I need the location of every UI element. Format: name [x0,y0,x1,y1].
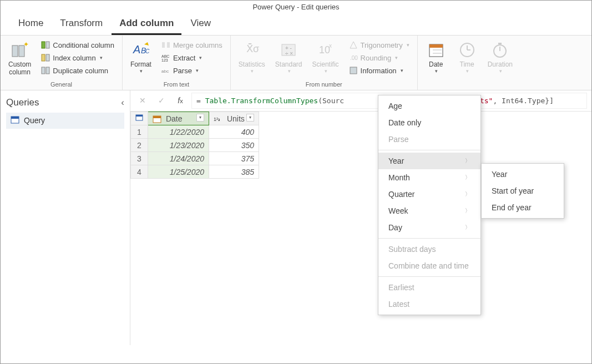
cell-date[interactable]: 1/24/2020 [148,152,209,165]
svg-rect-33 [498,43,502,44]
menu-item-date-only[interactable]: Date only [378,114,480,131]
cell-units[interactable]: 375 [209,152,259,165]
column-header-date[interactable]: Date ▾ [148,112,209,125]
corner-cell[interactable] [131,112,148,125]
svg-text:✦: ✦ [23,41,29,48]
conditional-column-button[interactable]: Conditional column [38,39,118,51]
fx-icon[interactable]: fx [173,93,188,108]
query-item[interactable]: Query [6,113,124,129]
statistics-icon: X̄σ [243,41,261,59]
cancel-formula-icon[interactable]: ✕ [135,93,150,108]
chevron-down-icon: ▾ [499,68,502,74]
rounding-icon: .00 [349,53,358,62]
menu-item-year[interactable]: Year〉 [378,153,480,169]
svg-rect-24 [350,67,357,74]
extract-button[interactable]: ABC123 Extract▾ [158,52,226,64]
chevron-down-icon: ▾ [288,68,291,74]
format-button[interactable]: ABC Format ▾ [127,39,155,77]
queries-title: Queries [6,97,39,108]
clock-icon [458,41,476,59]
menu-item-combine-date-and-time: Combine date and time [378,257,480,274]
chevron-down-icon: ▾ [395,55,398,60]
chevron-down-icon: ▾ [435,68,438,74]
duration-button: Duration ▾ [484,39,516,77]
column-filter-dropdown[interactable]: ▾ [246,114,254,122]
row-index[interactable]: 2 [131,139,148,152]
number-type-icon: 1²₃ [214,114,222,123]
chevron-down-icon: ▾ [407,42,409,48]
tab-home[interactable]: Home [11,13,51,35]
svg-text:C: C [145,48,150,54]
standard-button: + -÷ × Standard ▾ [272,39,306,77]
svg-rect-13 [167,42,170,48]
submenu-item-start-of-year[interactable]: Start of year [482,183,564,199]
tab-transform[interactable]: Transform [52,13,110,35]
svg-text:÷ ×: ÷ × [285,50,293,57]
extract-icon: ABC123 [161,53,170,62]
chevron-down-icon: ▾ [401,68,403,73]
svg-text:x: x [329,43,332,49]
row-index[interactable]: 4 [131,165,148,179]
menu-item-age[interactable]: Age [378,98,480,114]
cell-units[interactable]: 350 [209,139,259,152]
stopwatch-icon [491,41,509,59]
table-icon [11,115,19,126]
tab-add-column[interactable]: Add column [112,13,181,35]
trigonometry-button: Trigonometry▾ [346,39,413,51]
data-table: Date ▾ 1²₃ Units ▾ 11/22/202040021/23/20… [130,112,591,345]
chevron-down-icon: ▾ [251,68,254,74]
svg-text:.00: .00 [350,55,358,61]
svg-rect-40 [153,116,161,118]
column-header-units[interactable]: 1²₃ Units ▾ [209,112,259,125]
ribbon: ✦ Custom column Conditional column Index… [1,36,591,90]
date-dropdown-menu: AgeDate onlyParseYear〉Month〉Quarter〉Week… [378,95,481,315]
submenu-item-year[interactable]: Year [482,166,564,183]
merge-columns-button: Merge columns [158,39,226,51]
calendar-icon [427,41,445,59]
menu-item-week[interactable]: Week〉 [378,203,480,219]
svg-text:123: 123 [161,58,168,62]
svg-rect-7 [42,67,45,74]
information-icon [349,66,358,75]
svg-text:abc: abc [161,69,169,74]
index-column-icon [41,53,50,62]
duplicate-column-button[interactable]: Duplicate column [38,64,118,77]
custom-column-button[interactable]: ✦ Custom column [5,39,34,79]
svg-rect-3 [42,42,45,48]
chevron-down-icon: ▾ [196,68,199,73]
conditional-column-icon [41,41,50,49]
tab-view[interactable]: View [183,13,219,35]
chevron-down-icon: ▾ [100,55,103,60]
standard-icon: + -÷ × [280,41,297,59]
svg-text:X̄σ: X̄σ [246,43,259,54]
menu-item-earliest: Earliest [378,279,480,296]
svg-rect-12 [162,42,165,48]
collapse-pane-icon[interactable]: ‹ [121,97,124,108]
cell-date[interactable]: 1/25/2020 [148,165,209,179]
column-filter-dropdown[interactable]: ▾ [196,114,204,122]
parse-button[interactable]: abc Parse▾ [158,64,226,77]
commit-formula-icon[interactable]: ✓ [154,93,169,108]
svg-rect-38 [136,115,143,117]
cell-date[interactable]: 1/22/2020 [148,125,209,139]
menu-item-day[interactable]: Day〉 [378,219,480,236]
information-button[interactable]: Information▾ [346,64,413,77]
date-type-icon [153,114,161,123]
custom-column-icon: ✦ [11,41,29,59]
statistics-button: X̄σ Statistics ▾ [235,39,269,77]
row-index[interactable]: 3 [131,152,148,165]
date-button[interactable]: Date ▾ [422,39,450,77]
index-column-button[interactable]: Index column▾ [38,52,118,64]
cell-units[interactable]: 400 [209,125,259,139]
cell-date[interactable]: 1/23/2020 [148,139,209,152]
menu-item-quarter[interactable]: Quarter〉 [378,186,480,203]
menu-item-parse: Parse [378,131,480,148]
svg-rect-6 [46,54,49,61]
submenu-item-end-of-year[interactable]: End of year [482,199,564,216]
cell-units[interactable]: 385 [209,165,259,179]
menu-item-month[interactable]: Month〉 [378,169,480,186]
menu-item-subtract-days: Subtract days [378,241,480,257]
window-title: Power Query - Edit queries [1,1,591,13]
row-index[interactable]: 1 [131,125,148,139]
svg-text:1²₃: 1²₃ [214,117,220,122]
